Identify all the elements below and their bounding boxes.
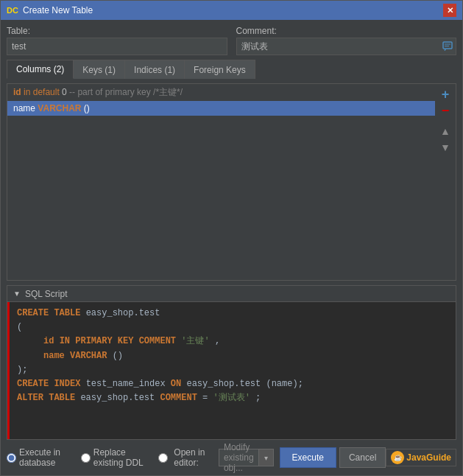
columns-area: id in default 0 -- part of primary key /… [7, 83, 456, 281]
title-bar: DC Create New Table ✕ [1, 1, 462, 20]
add-column-button[interactable]: + [438, 87, 453, 102]
speech-bubble-icon [442, 41, 453, 52]
editor-dropdown-text: Modify existing obj... [219, 442, 258, 473]
open-editor-option[interactable]: Open in editor: [158, 447, 213, 468]
sql-collapse-arrow[interactable]: ▼ [13, 290, 21, 298]
columns-list: id in default 0 -- part of primary key /… [7, 84, 435, 280]
sql-title: SQL Script [25, 289, 68, 299]
comment-label: Comment: [236, 26, 457, 36]
move-down-button[interactable]: ▼ [438, 140, 453, 155]
table-label: Table: [7, 26, 227, 36]
bottom-bar: Execute in database Replace existing DDL… [7, 444, 456, 469]
execute-in-db-option[interactable]: Execute in database [7, 447, 75, 468]
sql-line-6: CREATE INDEX test_name_index ON easy_sho… [17, 377, 448, 391]
move-up-button[interactable]: ▲ [438, 124, 453, 139]
top-row: Table: Comment: [7, 26, 456, 55]
title-bar-left: DC Create New Table [7, 4, 93, 16]
tab-indices[interactable]: Indices (1) [125, 60, 185, 79]
java-guide-label: JavaGuide [406, 452, 451, 463]
comment-input[interactable] [236, 38, 439, 55]
action-buttons: Execute Cancel ☕ JavaGuide [280, 447, 456, 468]
sql-body: CREATE TABLE easy_shop.test ( id IN PRIM… [10, 302, 456, 439]
sql-line-4: name VARCHAR () [17, 349, 448, 363]
svg-rect-0 [443, 42, 452, 49]
tab-foreign-keys[interactable]: Foreign Keys [185, 60, 255, 79]
table-field-group: Table: [7, 26, 227, 55]
window-title: Create New Table [23, 5, 93, 15]
comment-wrapper [236, 38, 457, 55]
app-icon: DC [7, 4, 18, 16]
tab-keys[interactable]: Keys (1) [74, 60, 125, 79]
sql-line-1: CREATE TABLE easy_shop.test [17, 307, 448, 321]
sql-line-5: ); [17, 363, 448, 377]
replace-ddl-option[interactable]: Replace existing DDL [81, 447, 153, 468]
java-guide-icon: ☕ [391, 451, 404, 464]
column-row[interactable]: id in default 0 -- part of primary key /… [7, 84, 435, 101]
column-row-selected[interactable]: name VARCHAR () [7, 101, 435, 116]
execute-button[interactable]: Execute [280, 447, 336, 468]
cancel-button[interactable]: Cancel [339, 447, 386, 468]
replace-ddl-radio[interactable] [81, 453, 91, 463]
editor-dropdown-arrow[interactable]: ▾ [258, 449, 273, 466]
java-guide-badge: ☕ JavaGuide [386, 449, 456, 466]
close-button[interactable]: ✕ [443, 4, 456, 17]
sql-line-7: ALTER TABLE easy_shop.test COMMENT = '测试… [17, 391, 448, 405]
remove-column-button[interactable]: − [438, 103, 453, 118]
tabs-row: Columns (2) Keys (1) Indices (1) Foreign… [7, 60, 456, 79]
editor-dropdown[interactable]: Modify existing obj... ▾ [219, 449, 274, 466]
open-editor-radio[interactable] [158, 453, 168, 463]
sql-content-wrapper: CREATE TABLE easy_shop.test ( id IN PRIM… [7, 302, 456, 439]
comment-icon-button[interactable] [439, 38, 456, 55]
cancel-java-group: Cancel ☕ JavaGuide [339, 447, 456, 468]
sql-header: ▼ SQL Script [7, 286, 456, 302]
main-window: DC Create New Table ✕ Table: Comment: [0, 0, 463, 476]
comment-field-group: Comment: [236, 26, 457, 55]
window-body: Table: Comment: [1, 20, 462, 475]
sidebar-buttons: + − ▲ ▼ [435, 84, 456, 280]
execute-in-db-radio[interactable] [7, 453, 16, 463]
sql-line-2: ( [17, 321, 448, 335]
sql-section: ▼ SQL Script CREATE TABLE easy_shop.test… [7, 285, 456, 440]
sql-line-3: id IN PRIMARY KEY COMMENT '主键' , [17, 335, 448, 349]
table-input[interactable] [7, 38, 227, 55]
tab-columns[interactable]: Columns (2) [7, 60, 74, 79]
